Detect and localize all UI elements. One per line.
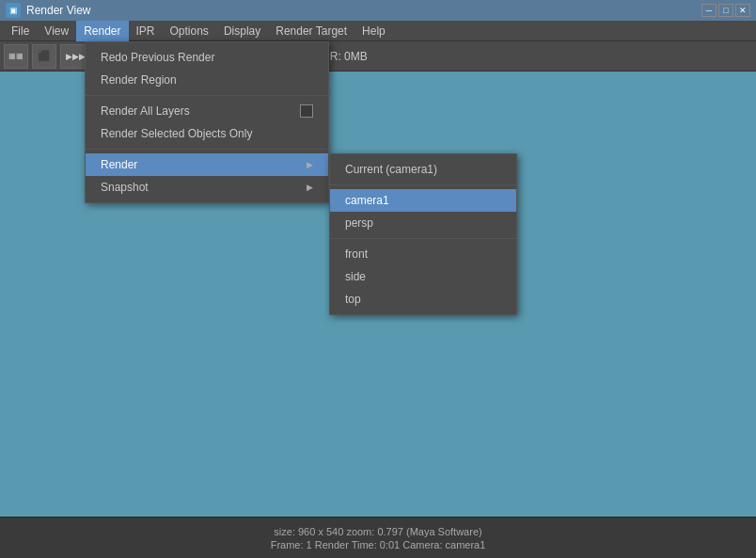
title-bar: ▣ Render View ─ □ ✕ (0, 0, 756, 21)
render-submenu-section-1: Current (camera1) (330, 154, 516, 185)
render-region-item[interactable]: Render Region (86, 69, 328, 91)
menu-help[interactable]: Help (354, 21, 393, 41)
toolbar-camera[interactable]: ⬛ (32, 44, 56, 69)
front-item[interactable]: front (330, 243, 516, 265)
menu-bar: File View Render IPR Options Display Ren… (0, 21, 756, 41)
minimize-button[interactable]: ─ (701, 4, 717, 17)
render-all-layers-checkbox[interactable] (300, 104, 313, 118)
render-menu-section-3: Render Snapshot (86, 150, 328, 202)
snapshot-item[interactable]: Snapshot (86, 176, 328, 199)
menu-view[interactable]: View (37, 21, 76, 41)
render-menu-section-2: Render All Layers Render Selected Object… (86, 96, 328, 150)
render-submenu-section-3: front side top (330, 239, 516, 314)
status-line-1: size: 960 x 540 zoom: 0.797 (Maya Softwa… (274, 526, 481, 537)
render-menu-section-1: Redo Previous Render Render Region (86, 42, 328, 96)
menu-file[interactable]: File (4, 21, 37, 41)
close-button[interactable]: ✕ (735, 4, 750, 17)
window-title: Render View (26, 4, 696, 17)
menu-render[interactable]: Render (76, 21, 128, 41)
top-item[interactable]: top (330, 288, 516, 311)
render-all-layers-item[interactable]: Render All Layers (86, 100, 328, 122)
render-all-layers-label: Render All Layers (101, 104, 190, 118)
status-bar: size: 960 x 540 zoom: 0.797 (Maya Softwa… (0, 517, 756, 558)
render-submenu-section-2: camera1 persp (330, 185, 516, 239)
camera1-item[interactable]: camera1 (330, 189, 516, 212)
toolbar-filmstrip[interactable]: ▦▦ (4, 44, 28, 69)
app-icon: ▣ (6, 3, 21, 18)
persp-item[interactable]: persp (330, 212, 516, 234)
maximize-button[interactable]: □ (718, 4, 733, 17)
menu-options[interactable]: Options (163, 21, 216, 41)
menu-display[interactable]: Display (216, 21, 268, 41)
side-item[interactable]: side (330, 265, 516, 288)
menu-ipr[interactable]: IPR (129, 21, 163, 41)
window-controls: ─ □ ✕ (701, 4, 750, 17)
current-camera-item[interactable]: Current (camera1) (330, 158, 516, 181)
render-dropdown-menu: Redo Previous Render Render Region Rende… (85, 41, 329, 203)
redo-previous-render-item[interactable]: Redo Previous Render (86, 46, 328, 69)
menu-render-target[interactable]: Render Target (268, 21, 354, 41)
render-selected-only-item[interactable]: Render Selected Objects Only (86, 122, 328, 145)
status-line-2: Frame: 1 Render Time: 0:01 Camera: camer… (271, 539, 486, 550)
render-item[interactable]: Render (86, 153, 328, 176)
render-submenu: Current (camera1) camera1 persp front si… (329, 153, 517, 315)
